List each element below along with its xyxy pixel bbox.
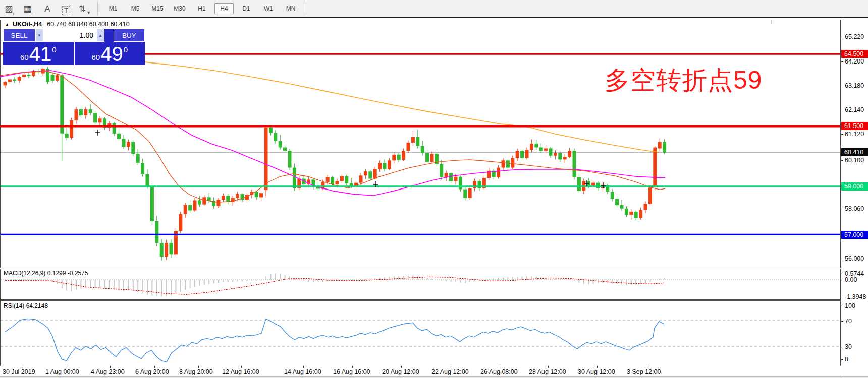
time-tick (110, 366, 111, 368)
time-tick (65, 366, 65, 368)
price-scale-label: 65.220 (845, 33, 864, 40)
candle-body (136, 154, 140, 163)
volume-decrease-button[interactable]: ▼ (35, 29, 43, 42)
candle-body (179, 214, 182, 231)
candle-body (629, 212, 633, 215)
rsi-scale-label: 30 (845, 343, 852, 350)
candle-body (383, 163, 387, 169)
candle-body (392, 155, 396, 160)
candle-body (113, 123, 116, 134)
sell-price[interactable]: 60 41 0 (3, 42, 74, 65)
buy-price-big: 49 (100, 44, 123, 64)
candle-body (70, 120, 73, 138)
price-scale-label: 63.180 (845, 82, 864, 89)
time-tick (303, 366, 304, 368)
time-label: 26 Aug 08:00 (480, 368, 518, 375)
candle-body (445, 173, 448, 177)
candle-body (340, 176, 344, 181)
candle-body (368, 171, 372, 178)
candle-body (502, 160, 505, 167)
candle-body (160, 243, 164, 257)
price-axis[interactable]: 65.22064.20063.18062.14061.12060.10058.0… (841, 18, 868, 378)
sell-button[interactable]: SELL (3, 29, 35, 42)
candle-body (336, 181, 339, 184)
candle-body (345, 176, 348, 183)
time-tick (241, 366, 242, 368)
candle-body (611, 192, 614, 199)
candle-body (350, 183, 353, 186)
candle-body (644, 204, 647, 210)
candle-body (373, 169, 377, 178)
candle-body (525, 150, 529, 158)
volume-input[interactable] (43, 29, 96, 42)
chart-title: ▲UKOil-,H460.740 60.840 60.400 60.410 (5, 21, 130, 28)
price-badge-57.000: 57.000 (841, 231, 868, 239)
candle-body (416, 137, 419, 146)
candle-body (264, 128, 268, 190)
price-scale-label: 58.060 (845, 205, 864, 212)
candle-body (653, 148, 657, 186)
candle-body (198, 200, 201, 204)
candle-body (155, 221, 158, 243)
candle-body (150, 186, 154, 221)
ohlc-quote: 60.740 60.840 60.400 60.410 (47, 21, 129, 28)
candle-body (222, 196, 225, 200)
macd-label: MACD(12,26,9) 0.1299 -0.2575 (4, 270, 88, 277)
candle-body (60, 75, 64, 133)
candle-body (516, 151, 519, 158)
rsi-scale-label: 70 (845, 318, 852, 325)
volume-increase-button[interactable]: ▲ (96, 29, 104, 42)
candle-body (573, 151, 576, 177)
trade-panel-controls: SELL ▼ ▲ BUY (3, 29, 145, 42)
candle-body (596, 183, 600, 188)
time-label: 28 Aug 12:00 (529, 368, 566, 375)
buy-price-head: 60 (91, 53, 100, 61)
candle-body (288, 151, 292, 167)
time-label: 16 Aug 16:00 (333, 368, 370, 375)
candle-body (65, 134, 69, 138)
candle-body (326, 177, 330, 182)
rsi-panel[interactable] (1, 301, 841, 366)
candle-body (84, 109, 87, 115)
buy-button[interactable]: BUY (114, 29, 145, 42)
candle-body (226, 196, 230, 202)
time-axis[interactable]: 30 Jul 20191 Aug 00:004 Aug 23:006 Aug 2… (0, 366, 841, 376)
candle-body (497, 168, 500, 177)
buy-price[interactable]: 60 49 0 (75, 42, 145, 65)
candle-body (568, 151, 571, 157)
candle-body (534, 144, 538, 148)
candle-body (117, 134, 121, 139)
candle-body (236, 194, 239, 198)
candle-body (620, 205, 624, 209)
candle-body (274, 133, 277, 141)
time-label: 6 Aug 20:00 (135, 368, 169, 375)
candle-body (549, 148, 553, 155)
price-badge-59.000: 59.000 (841, 182, 868, 191)
candle-body (407, 143, 410, 151)
candle-body (259, 193, 263, 197)
candle-body (202, 197, 206, 204)
candle-body (397, 155, 401, 160)
time-tick (154, 366, 155, 368)
time-tick (548, 366, 549, 368)
candle-body (255, 192, 258, 197)
rsi-scale-label: 0 (845, 356, 848, 363)
price-scale-label: 64.200 (845, 58, 864, 65)
time-tick (352, 366, 353, 368)
time-label: 8 Aug 20:00 (179, 368, 213, 375)
candle-body (75, 109, 78, 120)
sell-price-big: 41 (29, 44, 52, 64)
candle-body (22, 75, 26, 77)
time-tick (198, 366, 199, 368)
macd-panel[interactable] (1, 269, 841, 300)
time-label: 12 Aug 16:00 (222, 368, 259, 375)
candle-body (554, 153, 557, 156)
candle-body (127, 142, 130, 147)
candle-body (511, 158, 514, 168)
panel-collapse-arrow[interactable]: ▲ (5, 22, 9, 27)
time-tick (22, 366, 22, 368)
chart-annotation-text: 多空转折点59 (605, 64, 763, 97)
candle-body (539, 148, 543, 151)
candle-body (79, 109, 83, 115)
candle-body (217, 200, 221, 206)
